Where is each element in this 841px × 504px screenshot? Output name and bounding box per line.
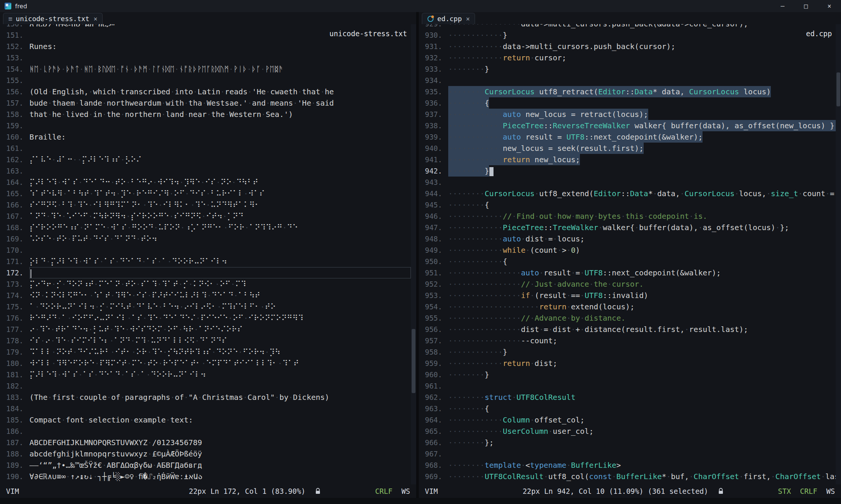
code-line[interactable]: 182. [0,380,411,392]
stx-indicator[interactable]: STX [778,487,791,495]
code-line[interactable]: 960.········} [419,369,836,380]
pane-divider[interactable] [416,12,419,498]
crlf-indicator[interactable]: CRLF [375,487,392,495]
code-line[interactable]: 184. [0,403,411,414]
close-button[interactable]: × [818,0,841,12]
left-scrollbar-thumb[interactable] [412,329,415,393]
code-line[interactable]: 946.············//·Find·out·how·many·byt… [419,211,836,222]
code-line[interactable]: 186. [0,426,411,437]
code-line[interactable]: 155. [0,75,411,86]
code-line[interactable]: 961. [419,380,836,392]
code-line[interactable]: 934. [419,75,836,86]
code-line[interactable]: 958.············} [419,346,836,358]
left-vertical-scrollbar[interactable] [411,24,416,484]
code-line[interactable]: 949.············while·(count·>·0) [419,244,836,256]
code-line[interactable]: 157.bude·thaem·lande·northweardum·with·t… [0,97,411,109]
code-line[interactable]: 172. [0,267,411,278]
code-line[interactable]: 931.············data->multi_cursors.push… [419,41,836,52]
code-line[interactable]: 932.············return·cursor; [419,52,836,63]
code-line[interactable]: 160.Braille: [0,131,411,143]
code-line[interactable]: 937.············auto·new_locus·=·retract… [419,109,836,120]
crlf-indicator[interactable]: CRLF [800,487,817,495]
code-line[interactable]: 189.–—‘“”„†•…‰™œŠŸž€·ΑΒΓΔΩαβγδω·АБВГДабв… [0,459,411,471]
code-line[interactable]: 171.⡕⠇⠙·⡍⠜⠇⠑⠹·⠺⠁⠎·⠁⠎·⠙⠑⠁⠙·⠁⠎·⠁·⠙⠕⠕⠗⠤⠝⠁⠊⠇… [0,256,411,267]
code-line[interactable]: 176.⠗⠑⠛⠜⠙·⠁·⠊⠕⠋⠋⠔⠤⠝⠁⠊⠇·⠁⠎·⠹⠑·⠙⠑⠁⠙⠑⠌·⠏⠊⠑⠊… [0,312,411,324]
code-line[interactable]: 959.············return·dist; [419,358,836,369]
line-number: 966. [419,437,442,448]
code-line[interactable]: 185.Compact·font·selection·example·text: [0,414,411,426]
code-line[interactable]: 152.Runes: [0,41,411,52]
ws-indicator[interactable]: WS [826,487,835,495]
right-vertical-scrollbar[interactable] [836,24,841,484]
code-line[interactable]: 952.················//·Just·advance·the·… [419,278,836,290]
code-line[interactable]: 940.············new_locus·=·seek(result.… [419,143,836,154]
code-line[interactable]: 153. [0,52,411,63]
code-line[interactable]: 178.⠊⠎·⠔·⠹⠑·⠎⠊⠍⠊⠇⠑⠆·⠁⠝⠙·⠍⠹·⠥⠝⠙⠁⠇⠇⠪⠫·⠙⠁⠝⠙… [0,335,411,346]
right-scrollbar-thumb[interactable] [836,72,840,106]
code-line[interactable]: 159. [0,120,411,131]
code-line[interactable]: 950.············{ [419,256,836,267]
code-line[interactable]: 966.········}; [419,437,836,448]
code-line[interactable]: 180.⠺⠊⠇⠇·⠹⠻⠑⠋⠕⠗⠑·⠏⠻⠍⠊⠞·⠍⠑·⠞⠕·⠗⠑⠏⠑⠁⠞⠂·⠑⠍⠏… [0,358,411,369]
code-line[interactable]: 156.(Old·English,·which·transcribed·into… [0,86,411,97]
code-line[interactable]: 962.········struct·UTF8ColResult [419,392,836,403]
code-line[interactable]: 175.⠁·⠙⠕⠕⠗⠤⠝⠁⠊⠇⠲·⡊·⠍⠊⠣⠞·⠙⠁⠧⠑·⠃⠑⠲·⠔⠊⠇⠔⠫⠂·… [0,301,411,312]
code-line[interactable]: 948.············auto·dist·=·locus; [419,233,836,244]
code-line[interactable]: 933.········} [419,63,836,75]
tab-close-icon[interactable]: × [94,15,97,23]
code-line[interactable]: 967. [419,448,836,459]
code-line[interactable]: 169.⠡⠕⠎⠑·⠞⠕·⠏⠥⠞·⠙⠊⠎·⠙⠁⠝⠙·⠞⠕⠲ [0,233,411,244]
code-line[interactable]: 164.⡍⠜⠇⠑⠹·⠺⠁⠎·⠙⠑⠁⠙⠒·⠞⠕·⠃⠑⠛⠔·⠺⠊⠹⠲·⡹⠻⠑·⠊⠎·… [0,177,411,188]
code-line[interactable]: 154.ᚻᛖ·ᚳᚹᚫᚦ·ᚦᚫᛏ·ᚻᛖ·ᛒᚢᛞᛖ·ᚩᚾ·ᚦᚫᛗ·ᛚᚪᚾᛞᛖ·ᚾᚩᚱ… [0,63,411,75]
code-line[interactable]: 969.········UTF8ColResult·utf8_col(const… [419,471,836,482]
horizontal-scrollbar-strip[interactable] [0,498,841,504]
code-line[interactable]: 183.(The·first·couple·of·paragraphs·of·"… [0,392,411,403]
code-line[interactable]: 177.⠔·⠹⠑·⠞⠗⠁⠙⠑⠲·⡃⠥⠞·⠹⠑·⠺⠊⠎⠙⠕⠍·⠕⠋·⠳⠗·⠁⠝⠊⠑… [0,324,411,335]
code-line[interactable]: 944.········CursorLocus·utf8_extend(Edit… [419,188,836,199]
tab-close-icon[interactable]: × [466,15,470,23]
code-line[interactable]: 953.················if·(result·==·UTF8::… [419,290,836,301]
code-line[interactable]: 968.········template·<typename·BufferLik… [419,459,836,471]
code-line[interactable]: 174.⠪⠝·⠅⠝⠪⠇⠫⠛⠑⠂·⠱⠁⠞·⠹⠻⠑·⠊⠎·⠏⠜⠞⠊⠊⠥⠇⠜⠇⠹·⠙⠑… [0,290,411,301]
maximize-button[interactable]: □ [794,0,818,12]
code-line[interactable]: 938.············PieceTree::ReverseTreeWa… [419,120,836,131]
code-line[interactable]: 181.⡍⠜⠇⠑⠹·⠺⠁⠎·⠁⠎·⠙⠑⠁⠙·⠁⠎·⠁·⠙⠕⠕⠗⠤⠝⠁⠊⠇⠲ [0,369,411,380]
code-line[interactable]: 187.ABCDEFGHIJKLMNOPQRSTUVWXYZ·/01234567… [0,437,411,448]
code-line[interactable]: 170. [0,244,411,256]
code-line[interactable]: 965.············UserColumn·user_col; [419,426,836,437]
ws-indicator[interactable]: WS [401,487,410,495]
code-line[interactable]: 955.················//·Advance·by·distan… [419,312,836,324]
code-line[interactable]: 957.················--count; [419,335,836,346]
code-line[interactable]: 941.············return·new_locus; [419,154,836,165]
line-text: ········UTF8ColResult·utf8_col(const·Buf… [448,471,836,482]
code-line[interactable]: 165.⠱⠁⠞⠑⠧⠻·⠁⠃⠳⠞·⠹⠁⠞⠲·⡹⠑·⠗⠑⠛⠊⠌⠻·⠕⠋·⠙⠊⠎·⠃⠥… [0,188,411,199]
code-line[interactable]: 963.········{ [419,403,836,414]
code-line[interactable]: 163. [0,165,411,177]
code-line[interactable]: 939.············auto·result·=·UTF8::next… [419,131,836,143]
tab-ed-cpp[interactable]: ed.cpp × [422,13,475,24]
line-text: ········{ [448,403,836,414]
code-line[interactable]: 161. [0,143,411,154]
tab-unicode-stress-txt[interactable]: ≡ unicode-stress.txt × [3,13,103,24]
code-line[interactable]: 936.········{ [419,97,836,109]
code-line[interactable]: 162.⡌⠁⠧⠑·⠼⠁⠒··⡍⠜⠇⠑⠹⠰⠎·⡣⠕⠌ [0,154,411,165]
code-line[interactable]: 158.that·he·lived·in·the·northern·land·n… [0,109,411,120]
code-line[interactable]: 190.∀∂∈ℝ∧∪≡∞·↑↗↨↻⇣·┐┼╔╘░►☺♀·ﬁ�⑀₂ἠḂӥẄɐː⍎א… [0,471,411,482]
code-line[interactable]: 173.⡍⠔⠙⠖·⡊·⠙⠕⠝⠰⠞·⠍⠑⠁⠝·⠞⠕·⠎⠁⠹·⠹⠁⠞·⡊·⠅⠝⠪⠂·… [0,278,411,290]
code-line[interactable]: 930.············} [419,29,836,41]
code-line[interactable]: 168.⡎⠊⠗⠕⠕⠛⠑⠰⠎·⠝⠁⠍⠑·⠺⠁⠎·⠛⠕⠕⠙·⠥⠏⠕⠝·⠰⡡⠁⠝⠛⠑⠂… [0,222,411,233]
code-line[interactable]: 935.········CursorLocus·utf8_retract(Edi… [419,86,836,97]
code-line[interactable]: 951.················auto·result·=·UTF8::… [419,267,836,278]
code-line[interactable]: 942.········} [419,165,836,177]
code-line[interactable]: 188.abcdefghijklmnopqrstuvwxyz·£©µÀÆÖÞßé… [0,448,411,459]
code-line[interactable]: 179.⠩⠁⠇⠇·⠝⠕⠞·⠙⠊⠌⠥⠗⠃·⠊⠞⠂·⠕⠗·⠹⠑·⡊⠳⠝⠞⠗⠹⠰⠎·⠙… [0,346,411,358]
code-line[interactable]: 964.············Column·offset_col; [419,414,836,426]
code-line[interactable]: 954.····················return·extend(lo… [419,301,836,312]
code-line[interactable]: 945.········{ [419,199,836,211]
minimize-button[interactable]: — [771,0,794,12]
code-line[interactable]: 943. [419,177,836,188]
code-line[interactable]: 166.⠎⠊⠛⠝⠫·⠃⠹·⠹⠑·⠊⠇⠻⠛⠹⠍⠁⠝⠂·⠹⠑·⠊⠇⠻⠅⠂·⠹⠑·⠥⠝… [0,199,411,211]
code-line[interactable]: 167.⠁⠝⠙·⠹⠑·⠡⠊⠑⠋·⠍⠳⠗⠝⠻⠲·⡎⠊⠗⠕⠕⠛⠑·⠎⠊⠛⠝⠫·⠊⠞⠲… [0,211,411,222]
code-line[interactable]: 956.················dist·=·dist·+·distan… [419,324,836,335]
code-line[interactable]: 947.············PieceTree::TreeWalker·wa… [419,222,836,233]
